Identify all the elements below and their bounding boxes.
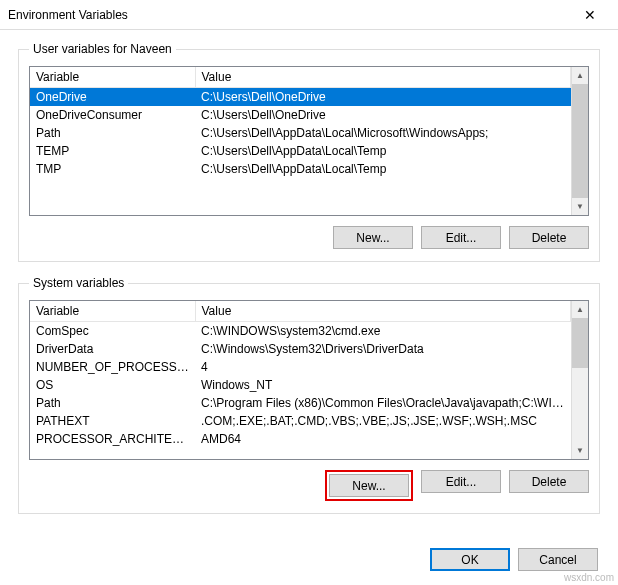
- table-row[interactable]: PathC:\Users\Dell\AppData\Local\Microsof…: [30, 124, 571, 142]
- variable-value: .COM;.EXE;.BAT;.CMD;.VBS;.VBE;.JS;.JSE;.…: [195, 412, 571, 430]
- close-button[interactable]: ✕: [570, 1, 610, 29]
- variable-name: TMP: [30, 160, 195, 178]
- user-new-button[interactable]: New...: [333, 226, 413, 249]
- column-header-value[interactable]: Value: [195, 301, 571, 322]
- variable-name: OneDriveConsumer: [30, 106, 195, 124]
- column-header-value[interactable]: Value: [195, 67, 571, 88]
- system-edit-button[interactable]: Edit...: [421, 470, 501, 493]
- scroll-thumb[interactable]: [572, 318, 588, 368]
- variable-value: C:\Program Files (x86)\Common Files\Orac…: [195, 394, 571, 412]
- system-variables-list[interactable]: Variable Value ComSpecC:\WINDOWS\system3…: [29, 300, 589, 460]
- scroll-up-icon[interactable]: ▲: [572, 67, 588, 84]
- variable-name: DriverData: [30, 340, 195, 358]
- scroll-down-icon[interactable]: ▼: [572, 442, 588, 459]
- dialog-footer: OK Cancel: [0, 540, 618, 585]
- variable-name: PATHEXT: [30, 412, 195, 430]
- table-row[interactable]: OSWindows_NT: [30, 376, 571, 394]
- system-button-row: New... Edit... Delete: [29, 470, 589, 501]
- table-row[interactable]: OneDriveConsumerC:\Users\Dell\OneDrive: [30, 106, 571, 124]
- variable-value: C:\Users\Dell\AppData\Local\Temp: [195, 142, 571, 160]
- highlight-annotation: New...: [325, 470, 413, 501]
- variable-value: 4: [195, 358, 571, 376]
- table-row[interactable]: PROCESSOR_ARCHITECTUREAMD64: [30, 430, 571, 448]
- variable-name: Path: [30, 124, 195, 142]
- watermark: wsxdn.com: [564, 572, 614, 583]
- table-row[interactable]: TMPC:\Users\Dell\AppData\Local\Temp: [30, 160, 571, 178]
- user-variables-legend: User variables for Naveen: [29, 42, 176, 56]
- close-icon: ✕: [584, 7, 596, 23]
- scroll-track[interactable]: [572, 368, 588, 442]
- variable-value: C:\WINDOWS\system32\cmd.exe: [195, 322, 571, 340]
- variable-value: C:\Users\Dell\OneDrive: [195, 88, 571, 106]
- variable-name: OS: [30, 376, 195, 394]
- dialog-content: User variables for Naveen Variable Value…: [0, 30, 618, 540]
- system-new-button[interactable]: New...: [329, 474, 409, 497]
- variable-name: TEMP: [30, 142, 195, 160]
- variable-name: PROCESSOR_ARCHITECTURE: [30, 430, 195, 448]
- variable-name: OneDrive: [30, 88, 195, 106]
- user-variables-group: User variables for Naveen Variable Value…: [18, 42, 600, 262]
- column-header-variable[interactable]: Variable: [30, 301, 195, 322]
- table-row[interactable]: PATHEXT.COM;.EXE;.BAT;.CMD;.VBS;.VBE;.JS…: [30, 412, 571, 430]
- table-row[interactable]: OneDriveC:\Users\Dell\OneDrive: [30, 88, 571, 106]
- user-button-row: New... Edit... Delete: [29, 226, 589, 249]
- titlebar: Environment Variables ✕: [0, 0, 618, 30]
- variable-value: Windows_NT: [195, 376, 571, 394]
- system-variables-group: System variables Variable Value ComSpecC…: [18, 276, 600, 514]
- system-variables-legend: System variables: [29, 276, 128, 290]
- column-header-variable[interactable]: Variable: [30, 67, 195, 88]
- variable-name: NUMBER_OF_PROCESSORS: [30, 358, 195, 376]
- table-row[interactable]: PathC:\Program Files (x86)\Common Files\…: [30, 394, 571, 412]
- variable-value: C:\Users\Dell\AppData\Local\Temp: [195, 160, 571, 178]
- variable-value: AMD64: [195, 430, 571, 448]
- table-row[interactable]: ComSpecC:\WINDOWS\system32\cmd.exe: [30, 322, 571, 340]
- table-row[interactable]: NUMBER_OF_PROCESSORS4: [30, 358, 571, 376]
- table-row[interactable]: TEMPC:\Users\Dell\AppData\Local\Temp: [30, 142, 571, 160]
- system-delete-button[interactable]: Delete: [509, 470, 589, 493]
- variable-value: C:\Users\Dell\OneDrive: [195, 106, 571, 124]
- user-delete-button[interactable]: Delete: [509, 226, 589, 249]
- variable-name: ComSpec: [30, 322, 195, 340]
- user-variables-list[interactable]: Variable Value OneDriveC:\Users\Dell\One…: [29, 66, 589, 216]
- scrollbar[interactable]: ▲ ▼: [571, 301, 588, 459]
- scroll-down-icon[interactable]: ▼: [572, 198, 588, 215]
- scrollbar[interactable]: ▲ ▼: [571, 67, 588, 215]
- window-title: Environment Variables: [8, 8, 570, 22]
- scroll-thumb[interactable]: [572, 84, 588, 198]
- cancel-button[interactable]: Cancel: [518, 548, 598, 571]
- scroll-up-icon[interactable]: ▲: [572, 301, 588, 318]
- variable-name: Path: [30, 394, 195, 412]
- ok-button[interactable]: OK: [430, 548, 510, 571]
- table-row[interactable]: DriverDataC:\Windows\System32\Drivers\Dr…: [30, 340, 571, 358]
- user-edit-button[interactable]: Edit...: [421, 226, 501, 249]
- variable-value: C:\Users\Dell\AppData\Local\Microsoft\Wi…: [195, 124, 571, 142]
- variable-value: C:\Windows\System32\Drivers\DriverData: [195, 340, 571, 358]
